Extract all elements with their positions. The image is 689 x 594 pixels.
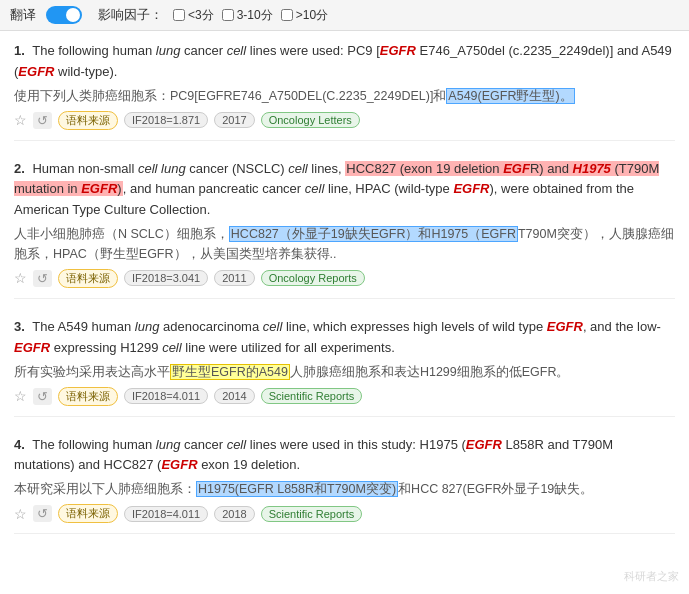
word-lung-3: lung — [135, 319, 160, 334]
if-tag-4: IF2018=4.011 — [124, 506, 208, 522]
filter-lt3-checkbox[interactable] — [173, 9, 185, 21]
result-text-1: 1. The following human lung cancer cell … — [14, 41, 675, 83]
refresh-icon-2[interactable]: ↺ — [33, 270, 52, 287]
egfr-ref-6: EGFR — [14, 340, 50, 355]
egfr-hcc827: EGF — [503, 161, 530, 176]
meta-row-1: ☆ ↺ 语料来源 IF2018=1.871 2017 Oncology Lett… — [14, 111, 675, 130]
refresh-icon-4[interactable]: ↺ — [33, 505, 52, 522]
chinese-text-4: 本研究采用以下人肺癌细胞系：H1975(EGFR L858R和T790M突变)和… — [14, 479, 675, 499]
watermark: 科研者之家 — [624, 569, 679, 584]
chinese-text-3: 所有实验均采用表达高水平野生型EGFR的A549人肺腺癌细胞系和表达H1299细… — [14, 362, 675, 382]
word-cell-4: cell — [263, 319, 283, 334]
egfr-ref-3: EGFR — [81, 181, 117, 196]
filter-label: 影响因子： — [98, 6, 163, 24]
word-cell-lung-2: cell lung — [138, 161, 186, 176]
result-text-3: 3. The A549 human lung adenocarcinoma ce… — [14, 317, 675, 359]
word-cell-2: cell — [288, 161, 308, 176]
egfr-ref-7: EGFR — [466, 437, 502, 452]
result-number-2: 2. — [14, 161, 25, 176]
result-text-2: 2. Human non-small cell lung cancer (NSC… — [14, 159, 675, 221]
word-cell-1: cell — [227, 43, 247, 58]
egfr-ref-2: EGFR — [18, 64, 54, 79]
meta-row-2: ☆ ↺ 语料来源 IF2018=3.041 2011 Oncology Repo… — [14, 269, 675, 288]
filter-gt10[interactable]: >10分 — [281, 7, 328, 24]
source-tag-3[interactable]: 语料来源 — [58, 387, 118, 406]
filter-3to10-checkbox[interactable] — [222, 9, 234, 21]
result-item-3: 3. The A549 human lung adenocarcinoma ce… — [14, 317, 675, 417]
if-tag-1: IF2018=1.871 — [124, 112, 208, 128]
result-number-4: 4. — [14, 437, 25, 452]
filter-gt10-label: >10分 — [296, 7, 328, 24]
translate-toggle[interactable] — [46, 6, 82, 24]
word-lung-4: lung — [156, 437, 181, 452]
filter-3to10-label: 3-10分 — [237, 7, 273, 24]
word-cell-3: cell — [305, 181, 325, 196]
star-icon-2[interactable]: ☆ — [14, 270, 27, 286]
journal-tag-4: Scientific Reports — [261, 506, 363, 522]
refresh-icon-1[interactable]: ↺ — [33, 112, 52, 129]
year-tag-3: 2014 — [214, 388, 254, 404]
egfr-ref-4: EGFR — [453, 181, 489, 196]
year-tag-4: 2018 — [214, 506, 254, 522]
meta-row-4: ☆ ↺ 语料来源 IF2018=4.011 2018 Scientific Re… — [14, 504, 675, 523]
refresh-icon-3[interactable]: ↺ — [33, 388, 52, 405]
result-item-1: 1. The following human lung cancer cell … — [14, 41, 675, 141]
result-text-4: 4. The following human lung cancer cell … — [14, 435, 675, 477]
filter-gt10-checkbox[interactable] — [281, 9, 293, 21]
filter-lt3[interactable]: <3分 — [173, 7, 214, 24]
year-tag-1: 2017 — [214, 112, 254, 128]
chinese-text-2: 人非小细胞肺癌（N SCLC）细胞系，HCC827（外显子19缺失EGFR）和H… — [14, 224, 675, 264]
meta-row-3: ☆ ↺ 语料来源 IF2018=4.011 2014 Scientific Re… — [14, 387, 675, 406]
filter-lt3-label: <3分 — [188, 7, 214, 24]
result-number-1: 1. — [14, 43, 25, 58]
egfr-h1975: H1975 — [573, 161, 611, 176]
chinese-highlight-1: A549(EGFR野生型)。 — [446, 88, 574, 104]
translate-label: 翻译 — [10, 6, 36, 24]
if-tag-2: IF2018=3.041 — [124, 270, 208, 286]
if-tag-3: IF2018=4.011 — [124, 388, 208, 404]
source-tag-1[interactable]: 语料来源 — [58, 111, 118, 130]
egfr-ref-5: EGFR — [547, 319, 583, 334]
top-bar: 翻译 影响因子： <3分 3-10分 >10分 — [0, 0, 689, 31]
source-tag-4[interactable]: 语料来源 — [58, 504, 118, 523]
star-icon-3[interactable]: ☆ — [14, 388, 27, 404]
word-lung-1: lung — [156, 43, 181, 58]
result-item-2: 2. Human non-small cell lung cancer (NSC… — [14, 159, 675, 299]
journal-tag-2: Oncology Reports — [261, 270, 365, 286]
filter-3to10[interactable]: 3-10分 — [222, 7, 273, 24]
chinese-text-1: 使用下列人类肺癌细胞系：PC9[EGFRE746_A750DEL(C.2235_… — [14, 86, 675, 106]
main-content: 1. The following human lung cancer cell … — [0, 31, 689, 562]
highlight-hcc827: HCC827 (exon 19 deletion EGFR) and H1975… — [14, 161, 659, 197]
word-cell-5: cell — [162, 340, 182, 355]
egfr-ref-8: EGFR — [161, 457, 197, 472]
year-tag-2: 2011 — [214, 270, 254, 286]
chinese-highlight-2: HCC827（外显子19缺失EGFR）和H1975（EGFR — [229, 226, 518, 242]
source-tag-2[interactable]: 语料来源 — [58, 269, 118, 288]
chinese-highlight-4: H1975(EGFR L858R和T790M突变) — [196, 481, 398, 497]
filter-group: <3分 3-10分 >10分 — [173, 7, 328, 24]
journal-tag-1: Oncology Letters — [261, 112, 360, 128]
star-icon-1[interactable]: ☆ — [14, 112, 27, 128]
word-cell-6: cell — [227, 437, 247, 452]
egfr-ref-1: EGFR — [380, 43, 416, 58]
journal-tag-3: Scientific Reports — [261, 388, 363, 404]
result-item-4: 4. The following human lung cancer cell … — [14, 435, 675, 535]
chinese-highlight-3: 野生型EGFR的A549 — [170, 364, 290, 380]
star-icon-4[interactable]: ☆ — [14, 506, 27, 522]
result-number-3: 3. — [14, 319, 25, 334]
